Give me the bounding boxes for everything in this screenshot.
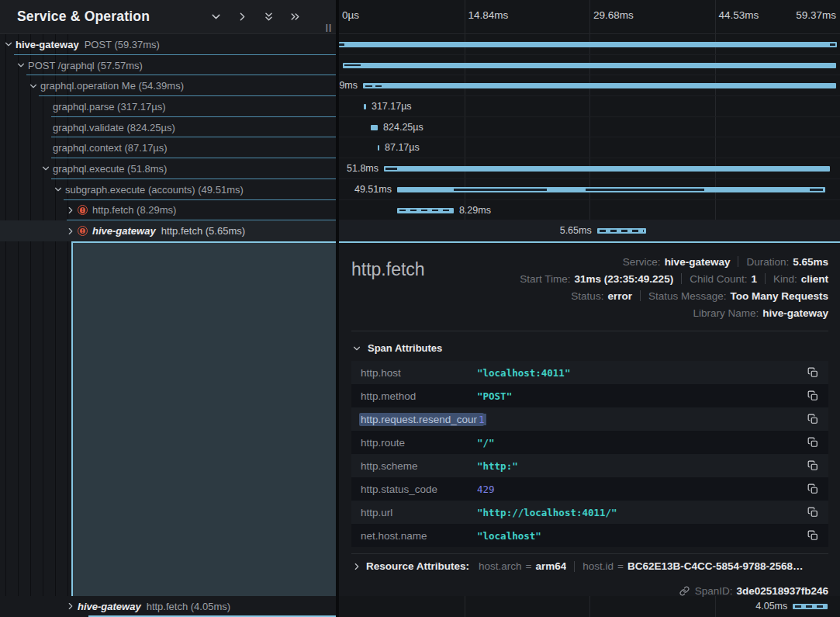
chevrons-right-icon[interactable] [289,10,302,23]
timeline-row: 4.05ms [339,596,840,617]
attribute-value: 1 [477,414,807,425]
chevron-down-icon[interactable] [3,39,14,50]
resource-attributes-row[interactable]: Resource Attributes: host.arch=arm64host… [351,553,828,578]
span-tree-row[interactable]: graphql.context (87.17µs) [0,137,336,158]
chevron-right-icon[interactable] [236,10,249,23]
copy-icon[interactable] [807,459,819,472]
span-bar[interactable] [339,42,837,47]
timeline-row: 57.57ms [339,55,840,76]
span-tree-bottom-row: hive-gatewayhttp.fetch (4.05ms) [0,596,336,617]
time-tick-label: 0µs [342,9,359,21]
span-bar[interactable] [364,104,366,109]
resource-key: host.id [582,560,614,572]
meta-label: Child Count: [690,273,747,285]
link-icon[interactable] [679,585,690,596]
chevron-down-icon[interactable] [209,10,223,23]
chevrons-down-icon[interactable] [262,10,275,23]
attribute-row: http.scheme"http:" [351,454,828,477]
span-tree-rows: hive-gatewayPOST (59.37ms)POST /graphql … [0,34,336,241]
span-bar-child-marker [365,85,372,88]
span-bar-child-marker [375,85,382,88]
chevron-down-icon[interactable] [16,60,26,71]
equals-sign: = [617,560,624,572]
attribute-row: http.url"http://localhost:4011/" [351,501,828,524]
span-tree-row[interactable]: !http.fetch (8.29ms) [0,200,336,221]
chevron-right-icon[interactable] [65,205,76,216]
tree-header: Service & Operation || [0,0,336,34]
span-bar[interactable] [343,63,836,68]
span-tree-row[interactable]: graphql.validate (824.25µs) [0,117,336,138]
copy-icon[interactable] [807,506,819,518]
span-bar-child-marker [454,189,547,191]
timeline-row: 5.65ms [339,220,840,241]
chevron-right-icon[interactable] [65,226,76,237]
attribute-key: http.host [361,367,477,379]
span-duration-label: 4.05ms [755,601,787,612]
copy-icon[interactable] [807,413,819,425]
meta-value: hive-gateway [762,307,828,319]
span-duration-label: 87.17µs [385,142,420,153]
timeline-row: 87.17µs [339,137,840,158]
span-duration-label: 8.29ms [459,205,491,216]
attribute-key: http.request.resend_count [361,414,477,425]
span-tree-row[interactable]: hive-gatewayhttp.fetch (4.05ms) [0,596,336,617]
meta-divider [681,273,682,284]
copy-icon[interactable] [807,366,819,379]
meta-label: Service: [623,256,661,268]
span-bar[interactable] [363,83,836,88]
attribute-row: http.host"localhost:4011" [351,361,828,384]
time-tick-label: 44.53ms [719,9,759,21]
span-tree-row[interactable]: !hive-gatewayhttp.fetch (5.65ms) [0,220,336,241]
expanded-span-region [71,241,336,596]
span-bar-child-marker [344,64,361,67]
timeline-ruler: 0µs14.84ms29.68ms44.53ms59.37ms [339,0,840,34]
meta-divider [765,273,766,284]
timeline-row: 317.17µs [339,96,840,117]
operation-label: graphql.context (87.17µs) [53,142,168,154]
timeline-bottom-row: 4.05ms [339,596,840,617]
copy-icon[interactable] [807,436,819,449]
span-attributes-header[interactable]: Span Attributes [351,342,828,354]
meta-divider [640,290,641,301]
error-icon: ! [78,226,88,236]
span-tree-row[interactable]: POST /graphql (57.57ms) [0,55,336,76]
attribute-value: "http://localhost:4011/" [477,507,807,518]
span-duration-label: 824.25µs [383,122,423,133]
attribute-key: http.method [361,390,477,402]
span-tree-row[interactable]: graphql.parse (317.17µs) [0,96,336,117]
copy-icon[interactable] [807,529,819,542]
span-duration-label: 5.65ms [560,225,592,236]
span-bar[interactable] [397,208,454,213]
attribute-value: 429 [477,484,807,495]
span-bar-pattern [795,605,825,608]
tree-indent-gutter [0,241,71,596]
span-meta: Service:hive-gatewayDuration:5.65msStart… [520,253,828,321]
copy-icon[interactable] [807,390,819,402]
span-tree-row[interactable]: hive-gatewayPOST (59.37ms) [0,34,336,55]
operation-label: graphql.operation Me (54.39ms) [40,80,184,92]
span-bar[interactable] [597,228,646,234]
timeline-row: 824.25µs [339,117,840,138]
chevron-down-icon[interactable] [53,184,64,195]
span-bar[interactable] [371,125,378,130]
span-bar[interactable] [793,604,828,609]
chevron-right-icon[interactable] [65,601,76,612]
span-tree-row[interactable]: graphql.execute (51.8ms) [0,158,336,179]
attribute-row: net.host.name"localhost" [351,524,828,547]
span-tree-row[interactable]: graphql.operation Me (54.39ms) [0,75,336,96]
resource-value: arm64 [535,560,566,572]
meta-value: Too Many Requests [730,290,828,302]
span-id-label: SpanID: [695,585,733,597]
span-tree-row[interactable]: subgraph.execute (accounts) (49.51ms) [0,179,336,200]
span-bar[interactable] [384,166,830,172]
attribute-key: http.url [361,507,477,518]
chevron-down-icon[interactable] [28,81,39,92]
equals-sign: = [526,560,532,572]
span-bar[interactable] [378,145,379,151]
copy-icon[interactable] [807,483,819,495]
span-attributes-table: http.host"localhost:4011"http.method"POS… [351,361,828,547]
span-bar-child-marker [339,43,344,46]
panel-resize-handle[interactable]: || [326,23,332,32]
chevron-down-icon[interactable] [40,163,51,174]
meta-label: Library Name: [693,307,759,319]
